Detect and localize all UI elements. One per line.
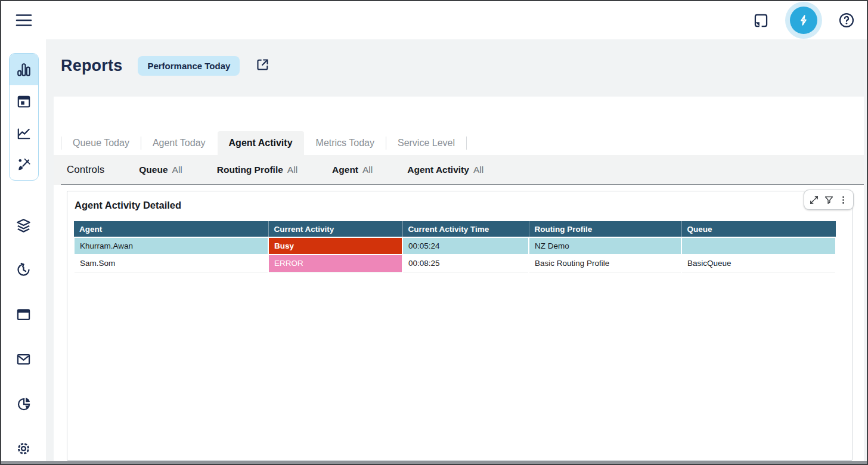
sidebar-item-messages[interactable] bbox=[1, 351, 46, 367]
assistant-button-ring bbox=[785, 2, 822, 39]
cell-queue bbox=[681, 237, 836, 255]
sidebar-item-metrics[interactable] bbox=[10, 117, 38, 148]
col-header-agent[interactable]: Agent bbox=[74, 221, 268, 237]
col-header-queue[interactable]: Queue bbox=[681, 221, 836, 237]
bar-chart-icon bbox=[16, 62, 32, 78]
tab-agent-today[interactable]: Agent Today bbox=[141, 131, 217, 155]
calendar-icon bbox=[16, 94, 32, 109]
cell-current-activity-status: Busy bbox=[268, 237, 402, 255]
page-title: Reports bbox=[61, 57, 122, 75]
mail-icon bbox=[16, 351, 32, 367]
filter-agent[interactable]: AgentAll bbox=[332, 165, 373, 175]
lightning-assistant-icon[interactable] bbox=[790, 7, 817, 34]
col-header-routing-profile[interactable]: Routing Profile bbox=[529, 221, 681, 237]
hamburger-menu-icon[interactable] bbox=[16, 13, 32, 28]
performance-today-badge[interactable]: Performance Today bbox=[138, 56, 240, 76]
tab-service-level[interactable]: Service Level bbox=[386, 131, 466, 155]
filter-routing-profile[interactable]: Routing ProfileAll bbox=[217, 165, 297, 175]
filter-queue[interactable]: QueueAll bbox=[139, 165, 182, 175]
cell-current-activity-time: 00:08:25 bbox=[402, 255, 529, 272]
cell-current-activity-time: 00:05:24 bbox=[402, 237, 529, 255]
cell-routing-profile: Basic Routing Profile bbox=[529, 255, 681, 272]
table-row[interactable]: Sam.Som ERROR 00:08:25 Basic Routing Pro… bbox=[74, 255, 836, 272]
sidebar-item-schedule[interactable] bbox=[10, 85, 38, 117]
tab-divider bbox=[466, 137, 467, 150]
expand-icon[interactable] bbox=[809, 195, 819, 205]
topbar-actions bbox=[753, 1, 855, 39]
sidebar-item-flows[interactable] bbox=[1, 217, 46, 234]
layers-icon bbox=[16, 218, 32, 234]
controls-bar: Controls QueueAll Routing ProfileAll Age… bbox=[54, 155, 864, 185]
sidebar-report-group bbox=[9, 53, 39, 181]
settings-icon bbox=[16, 441, 32, 457]
top-bar bbox=[1, 1, 867, 39]
filter-agent-activity[interactable]: Agent ActivityAll bbox=[407, 165, 483, 175]
col-header-current-activity[interactable]: Current Activity bbox=[268, 221, 402, 237]
kebab-menu-icon[interactable] bbox=[838, 195, 848, 205]
browser-window-icon bbox=[16, 306, 32, 323]
pie-chart-icon bbox=[16, 396, 32, 412]
sidebar-item-customize[interactable] bbox=[10, 148, 38, 180]
main-content: Reports Performance Today Queue Today Ag… bbox=[46, 39, 867, 464]
sidebar-item-applications[interactable] bbox=[1, 306, 46, 323]
help-icon[interactable] bbox=[838, 12, 855, 29]
col-header-current-activity-time[interactable]: Current Activity Time bbox=[402, 221, 529, 237]
cell-queue: BasicQueue bbox=[681, 255, 836, 272]
widget-toolbar bbox=[804, 190, 854, 210]
cell-routing-profile: NZ Demo bbox=[529, 237, 681, 255]
note-icon[interactable] bbox=[753, 13, 769, 29]
page-header: Reports Performance Today bbox=[61, 56, 270, 76]
report-tabbar: Queue Today Agent Today Agent Activity M… bbox=[54, 131, 864, 155]
controls-label: Controls bbox=[67, 164, 104, 176]
sidebar-item-settings[interactable] bbox=[1, 440, 46, 457]
filter-funnel-icon[interactable] bbox=[824, 195, 834, 205]
table-header-row: Agent Current Activity Current Activity … bbox=[74, 221, 836, 237]
horizontal-scrollbar[interactable] bbox=[1, 461, 867, 464]
sidebar-nav bbox=[1, 39, 46, 461]
brush-icon bbox=[16, 157, 32, 172]
tab-agent-activity[interactable]: Agent Activity bbox=[218, 131, 304, 155]
tab-metrics-today[interactable]: Metrics Today bbox=[305, 131, 386, 155]
external-link-icon[interactable] bbox=[255, 57, 270, 75]
tab-queue-today[interactable]: Queue Today bbox=[61, 131, 141, 155]
sidebar-item-reports[interactable] bbox=[10, 54, 38, 85]
cell-agent: Khurram.Awan bbox=[74, 237, 268, 255]
agent-activity-table: Agent Current Activity Current Activity … bbox=[73, 221, 836, 272]
agent-activity-widget: Agent Activity Detailed Agent Current Ac… bbox=[67, 191, 852, 461]
line-chart-icon bbox=[16, 125, 32, 141]
sidebar-item-history[interactable] bbox=[1, 261, 46, 278]
history-icon bbox=[16, 262, 32, 278]
sidebar-item-analytics[interactable] bbox=[1, 395, 46, 412]
table-row[interactable]: Khurram.Awan Busy 00:05:24 NZ Demo bbox=[74, 237, 836, 255]
cell-agent: Sam.Som bbox=[74, 255, 268, 272]
app-window: Reports Performance Today Queue Today Ag… bbox=[0, 0, 868, 465]
widget-title: Agent Activity Detailed bbox=[75, 200, 181, 211]
report-canvas: Queue Today Agent Today Agent Activity M… bbox=[54, 97, 864, 461]
cell-current-activity-status: ERROR bbox=[268, 255, 402, 272]
